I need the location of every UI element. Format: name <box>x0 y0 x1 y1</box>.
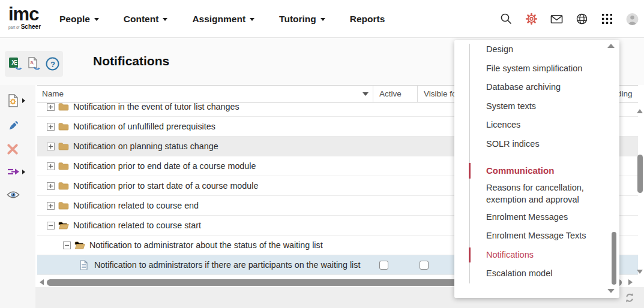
top-navigation-bar: imc part of Scheer People Content Assign… <box>0 0 644 38</box>
name-cell: Notification on planning status change <box>37 141 373 151</box>
name-cell: Notification to administrators if there … <box>37 260 373 270</box>
vertical-scroll-thumb[interactable] <box>637 155 643 193</box>
globe-icon[interactable] <box>576 13 588 25</box>
expand-icon[interactable] <box>47 123 55 131</box>
settings-menu-item-system-texts[interactable]: System texts <box>454 97 619 116</box>
flyout-arrow-icon <box>22 98 25 103</box>
menu-content[interactable]: Content <box>124 14 168 25</box>
settings-dropdown-panel: DesignFile system simplificationDatabase… <box>454 40 619 298</box>
folder-icon <box>58 141 69 151</box>
topbar-icons <box>500 0 644 38</box>
svg-text:a,: a, <box>31 59 35 65</box>
row-label: Notification prior to start date of a co… <box>73 181 258 191</box>
page-title: Notifications <box>93 54 169 68</box>
new-item-button[interactable] <box>7 93 27 108</box>
settings-menu-list: DesignFile system simplificationDatabase… <box>454 40 619 283</box>
menu-assignment-label: Assignment <box>192 14 245 25</box>
logo-subtext: part of Scheer <box>8 24 41 30</box>
name-cell: Notification related to course end <box>37 201 373 210</box>
menu-item-label: Escalation model <box>486 268 552 280</box>
menu-people[interactable]: People <box>59 14 99 25</box>
menu-item-label: Communication <box>486 165 554 177</box>
folder-open-icon <box>58 221 69 230</box>
menu-item-label: Enrolment Message Texts <box>486 230 586 242</box>
row-label: Notification on planning status change <box>73 141 218 151</box>
column-menu-icon[interactable] <box>363 92 369 96</box>
excel-export-icon[interactable]: X <box>7 56 23 72</box>
column-label-name: Name <box>42 89 64 98</box>
edit-button[interactable] <box>7 118 27 134</box>
help-icon[interactable]: ? <box>44 56 61 72</box>
apps-grid-icon[interactable] <box>601 13 613 25</box>
settings-menu-item-reasons-for-cancellation-exemption-and-app[interactable]: Reasons for cancellation, exemption and … <box>454 180 619 208</box>
menu-reports-label: Reports <box>350 14 385 25</box>
flyout-arrow-icon <box>22 170 25 174</box>
expand-icon[interactable] <box>47 103 55 111</box>
avatar[interactable] <box>626 13 639 25</box>
settings-menu-item-file-system-simplification[interactable]: File system simplification <box>454 59 619 78</box>
menu-scroll-down-icon[interactable] <box>607 289 615 293</box>
folder-icon <box>58 161 69 171</box>
settings-menu-item-enrolment-message-texts[interactable]: Enrolment Message Texts <box>454 227 619 246</box>
settings-menu-item-notifications[interactable]: Notifications <box>454 246 619 265</box>
settings-gear-icon[interactable] <box>525 13 538 25</box>
scroll-up-icon[interactable] <box>637 109 643 113</box>
settings-menu-item-licences[interactable]: Licences <box>454 116 619 135</box>
menu-item-label: Design <box>486 44 513 56</box>
expand-icon[interactable] <box>47 143 55 150</box>
row-label: Notification prior to end date of a cour… <box>73 161 256 171</box>
row-label: Notification related to course start <box>73 221 201 230</box>
column-header-active[interactable]: Active <box>373 86 418 102</box>
scroll-down-icon[interactable] <box>637 270 643 274</box>
expand-icon[interactable] <box>47 182 55 190</box>
row-label: Notification related to course end <box>73 201 199 210</box>
menu-assignment[interactable]: Assignment <box>192 14 254 25</box>
chevron-down-icon <box>94 18 99 21</box>
view-button[interactable] <box>7 187 27 203</box>
logo-text: imc <box>8 4 38 25</box>
imc-logo[interactable]: imc part of Scheer <box>8 5 41 30</box>
scroll-left-icon[interactable] <box>40 279 44 285</box>
visible-for-checkbox[interactable] <box>420 261 429 270</box>
edit-pencil-icon <box>7 119 20 132</box>
file-export-icon[interactable]: a, <box>26 56 42 72</box>
column-label-active: Active <box>379 89 402 98</box>
menu-tutoring[interactable]: Tutoring <box>279 14 325 25</box>
delete-button[interactable] <box>7 141 27 157</box>
chevron-down-icon <box>250 18 254 21</box>
menu-reports[interactable]: Reports <box>350 14 385 25</box>
settings-menu-item-enrolment-messages[interactable]: Enrolment Messages <box>454 208 619 227</box>
menu-scroll-thumb[interactable] <box>612 232 616 285</box>
row-label: Notification to administrator about the … <box>89 240 323 250</box>
column-header-name[interactable]: Name <box>37 86 373 102</box>
search-icon[interactable] <box>500 13 513 25</box>
menu-people-label: People <box>59 14 90 25</box>
settings-menu-item-solr-indices[interactable]: SOLR indices <box>454 135 619 154</box>
table-vertical-scrollbar[interactable] <box>637 103 644 277</box>
settings-menu-item-escalation-model[interactable]: Escalation model <box>454 264 619 283</box>
active-checkbox[interactable] <box>379 261 388 270</box>
settings-menu-item-database-archiving[interactable]: Database archiving <box>454 78 619 97</box>
collapse-icon[interactable] <box>47 222 55 230</box>
chevron-down-icon <box>163 18 167 21</box>
name-cell: Notification in the event of tutor list … <box>37 102 373 111</box>
menu-item-label: SOLR indices <box>486 138 540 150</box>
menu-item-label: File system simplification <box>486 63 582 75</box>
row-label: Notification of unfulfilled prerequisite… <box>73 122 215 131</box>
menu-item-label: Licences <box>486 119 520 131</box>
scroll-right-icon[interactable] <box>628 279 633 285</box>
new-item-icon <box>7 93 20 108</box>
settings-menu-item-design[interactable]: Design <box>454 40 619 59</box>
menu-tutoring-label: Tutoring <box>279 14 316 25</box>
refresh-icon[interactable] <box>624 292 635 303</box>
expand-icon[interactable] <box>47 162 55 170</box>
forward-arrows-icon <box>7 166 20 178</box>
imc-learning-suite-window: imc part of Scheer People Content Assign… <box>0 0 644 308</box>
name-cell: Notification prior to start date of a co… <box>37 181 373 191</box>
forward-button[interactable] <box>7 164 27 180</box>
settings-menu-item-communication[interactable]: Communication <box>454 161 619 180</box>
folder-icon <box>58 181 69 191</box>
mail-icon[interactable] <box>550 13 563 25</box>
expand-icon[interactable] <box>47 202 55 210</box>
collapse-icon[interactable] <box>63 241 71 249</box>
